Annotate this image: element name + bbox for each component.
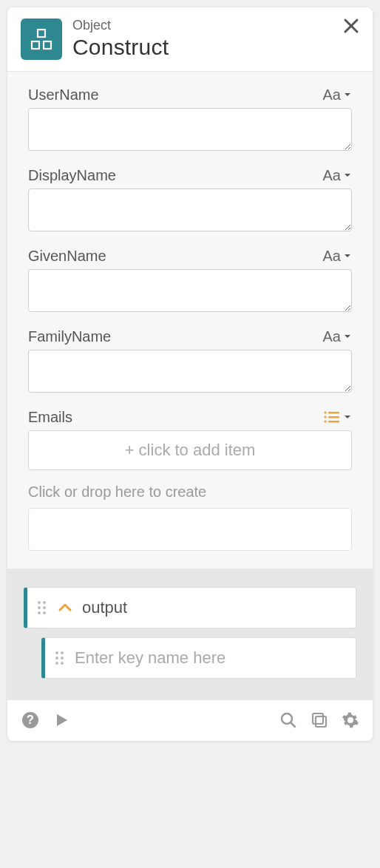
text-type-icon: Aa xyxy=(323,248,341,265)
help-button[interactable]: ? xyxy=(21,711,40,730)
run-button[interactable] xyxy=(53,712,69,728)
caret-down-icon xyxy=(343,90,352,99)
titles: Object Construct xyxy=(72,18,169,61)
field-label: UserName xyxy=(28,87,99,104)
field-label: Emails xyxy=(28,409,72,426)
svg-rect-0 xyxy=(38,30,45,37)
settings-button[interactable] xyxy=(342,711,359,729)
svg-line-14 xyxy=(291,722,295,727)
svg-rect-1 xyxy=(32,41,39,49)
caret-down-icon xyxy=(343,171,352,180)
caret-down-icon xyxy=(343,413,352,421)
copy-button[interactable] xyxy=(311,711,328,729)
card-body: UserName Aa DisplayName Aa Given xyxy=(7,72,373,569)
drag-handle-icon[interactable] xyxy=(55,651,66,665)
caret-down-icon xyxy=(343,251,352,260)
key-name-input[interactable] xyxy=(75,648,345,668)
list-type-icon xyxy=(323,410,341,424)
gear-icon xyxy=(342,711,359,729)
field-givenname: GivenName Aa xyxy=(28,248,352,315)
text-type-icon: Aa xyxy=(323,87,341,104)
card-header: Object Construct xyxy=(7,7,373,72)
svg-point-6 xyxy=(324,416,326,418)
type-selector[interactable]: Aa xyxy=(323,167,352,184)
field-label: DisplayName xyxy=(28,167,116,184)
field-username: UserName Aa xyxy=(28,87,352,154)
svg-rect-16 xyxy=(313,713,323,724)
card-footer: ? xyxy=(7,699,373,741)
familyname-input[interactable] xyxy=(28,350,352,393)
output-row[interactable]: output xyxy=(24,587,356,628)
type-selector[interactable]: Aa xyxy=(323,87,352,104)
add-email-item-button[interactable]: + click to add item xyxy=(28,430,352,470)
svg-rect-15 xyxy=(316,716,326,727)
output-key-row[interactable] xyxy=(41,637,356,679)
svg-rect-8 xyxy=(328,412,339,413)
type-selector[interactable] xyxy=(323,410,352,424)
create-field-drop: Click or drop here to create xyxy=(28,484,352,551)
type-selector[interactable]: Aa xyxy=(323,248,352,265)
construct-card: Object Construct UserName Aa xyxy=(7,7,373,741)
field-emails: Emails + click to add item xyxy=(28,409,352,470)
output-section: output xyxy=(7,569,373,699)
drop-label: Click or drop here to create xyxy=(28,484,352,501)
svg-rect-10 xyxy=(328,421,339,422)
svg-rect-2 xyxy=(44,41,51,49)
type-selector[interactable]: Aa xyxy=(323,328,352,345)
output-label: output xyxy=(82,598,127,617)
givenname-input[interactable] xyxy=(28,269,352,312)
username-input[interactable] xyxy=(28,108,352,151)
add-item-label: + click to add item xyxy=(125,441,256,460)
text-type-icon: Aa xyxy=(323,167,341,184)
drop-target[interactable] xyxy=(28,508,352,551)
help-icon: ? xyxy=(21,711,40,730)
field-label: GivenName xyxy=(28,248,106,265)
search-button[interactable] xyxy=(279,711,297,729)
object-icon xyxy=(21,18,62,60)
search-icon xyxy=(279,711,297,729)
field-displayname: DisplayName Aa xyxy=(28,167,352,234)
displayname-input[interactable] xyxy=(28,189,352,231)
svg-text:?: ? xyxy=(27,713,34,726)
field-familyname: FamilyName Aa xyxy=(28,328,352,396)
text-type-icon: Aa xyxy=(323,328,341,345)
field-label: FamilyName xyxy=(28,328,111,345)
svg-point-5 xyxy=(324,411,326,413)
svg-rect-9 xyxy=(328,416,339,418)
drag-handle-icon[interactable] xyxy=(38,601,48,614)
copy-icon xyxy=(311,711,328,729)
chevron-up-icon xyxy=(57,600,73,616)
card-title: Construct xyxy=(72,34,169,61)
card-subtitle: Object xyxy=(72,18,169,34)
close-button[interactable] xyxy=(343,18,359,34)
svg-point-7 xyxy=(324,420,326,422)
play-icon xyxy=(53,712,69,728)
caret-down-icon xyxy=(343,332,352,341)
